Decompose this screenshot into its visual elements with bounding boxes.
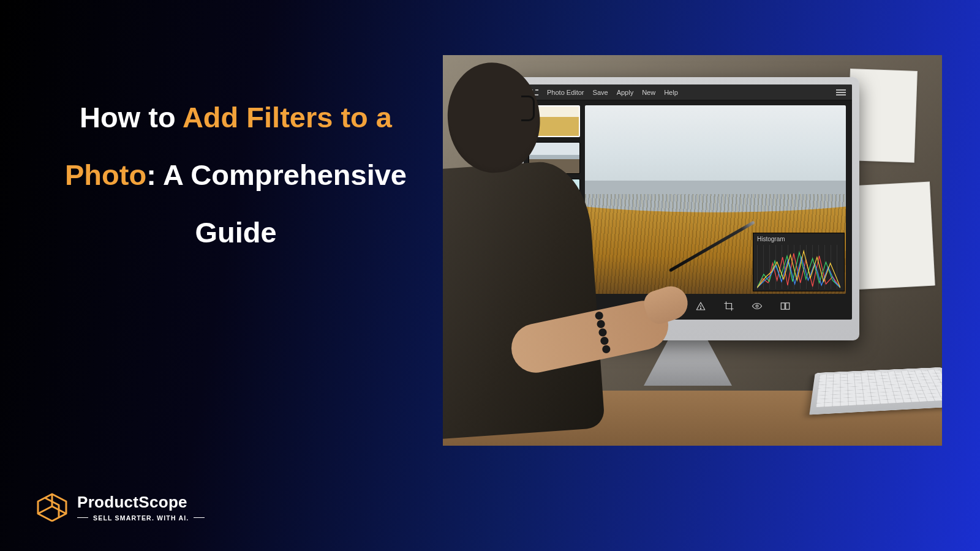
editor-app-name: Photo Editor xyxy=(547,89,584,96)
crop-icon[interactable] xyxy=(723,301,734,312)
menu-apply[interactable]: Apply xyxy=(617,89,634,96)
hero-illustration: Photo Editor Save Apply New Help xyxy=(443,55,942,446)
brand-tagline: SELL SMARTER. WITH AI. xyxy=(93,514,189,522)
filter-thumb[interactable] xyxy=(529,105,580,137)
headline-pre: How to xyxy=(80,101,183,133)
contrast-icon[interactable] xyxy=(667,301,678,312)
svg-rect-15 xyxy=(786,303,790,310)
menu-help[interactable]: Help xyxy=(664,89,678,96)
filter-thumb[interactable] xyxy=(529,252,580,284)
page-headline: How to Add Filters to a Photo: A Compreh… xyxy=(64,89,407,261)
svg-point-13 xyxy=(756,305,758,307)
svg-point-1 xyxy=(643,304,646,308)
compare-icon[interactable] xyxy=(780,301,791,312)
histogram-label: Histogram xyxy=(757,236,785,242)
menu-new[interactable]: New xyxy=(642,89,655,96)
rule-left xyxy=(77,517,88,518)
svg-point-12 xyxy=(700,309,701,309)
app-icon xyxy=(530,89,538,96)
svg-rect-14 xyxy=(781,303,785,310)
filter-thumb[interactable] xyxy=(529,142,580,174)
svg-line-6 xyxy=(641,302,642,304)
svg-line-9 xyxy=(647,302,648,304)
brand-tagline-row: SELL SMARTER. WITH AI. xyxy=(77,514,205,522)
editor-screen: Photo Editor Save Apply New Help xyxy=(524,84,852,320)
rule-right xyxy=(194,517,205,518)
brand-logo-mark xyxy=(36,492,69,522)
brand-name: ProductScope xyxy=(77,493,205,512)
hamburger-icon[interactable] xyxy=(836,89,846,96)
headline-post: : A Comprehensive Guide xyxy=(146,159,407,249)
svg-line-7 xyxy=(647,309,648,310)
histogram-panel: Histogram xyxy=(753,233,845,291)
desktop-monitor: Photo Editor Save Apply New Help xyxy=(516,77,859,340)
editor-menubar: Photo Editor Save Apply New Help xyxy=(524,84,852,100)
histogram-plot xyxy=(757,245,840,289)
wall-paper xyxy=(850,182,935,290)
editor-toolbar xyxy=(585,298,845,315)
svg-line-8 xyxy=(641,309,642,310)
visibility-icon[interactable] xyxy=(752,301,763,312)
monitor-bezel: Photo Editor Save Apply New Help xyxy=(516,77,859,340)
brightness-icon[interactable] xyxy=(639,301,650,312)
laptop xyxy=(809,367,942,415)
menu-save[interactable]: Save xyxy=(593,89,608,96)
warning-icon[interactable] xyxy=(695,301,706,312)
filter-thumbnails xyxy=(529,105,580,294)
filter-thumb[interactable] xyxy=(529,216,580,247)
filter-thumb[interactable] xyxy=(529,179,580,211)
brand-logo: ProductScope SELL SMARTER. WITH AI. xyxy=(36,492,205,522)
